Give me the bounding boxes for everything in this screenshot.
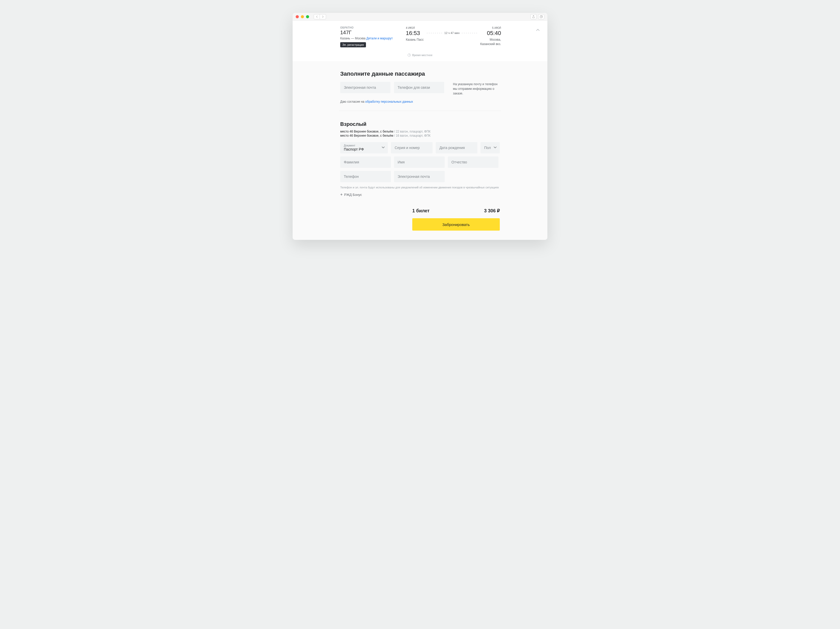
titlebar-right: [531, 14, 544, 19]
departure-column: 4 ИЮЛ 16:53 Казань Пасс: [406, 26, 423, 42]
document-value: Паспорт РФ: [344, 147, 384, 152]
ereg-badge: Эл. регистрация: [340, 42, 366, 47]
route-from: Казань: [340, 36, 350, 40]
browser-window: ОБРАТНО 147Г Казань — Москва Детали и ма…: [293, 13, 547, 240]
arrive-date: 5 ИЮЛ: [480, 26, 501, 29]
seat-row-0: место 46 Верхнее боковое, с бельём / 22 …: [340, 130, 500, 133]
clock-icon: [407, 54, 411, 57]
depart-date: 4 ИЮЛ: [406, 26, 423, 29]
route-to: Москва: [355, 36, 365, 40]
duration-label: 12 ч 47 мин: [442, 32, 462, 35]
document-label: Документ: [344, 144, 384, 147]
dob-input[interactable]: [436, 142, 477, 153]
train-number: 147Г: [340, 30, 406, 36]
back-button[interactable]: [314, 14, 320, 19]
local-time-note: Время местное: [293, 54, 547, 57]
plus-icon: +: [340, 193, 343, 197]
total-price: 3 306 ₽: [484, 208, 500, 213]
rzd-bonus-label: РЖД Бонус: [344, 193, 362, 197]
passenger-email-input[interactable]: [394, 171, 445, 182]
share-button[interactable]: [531, 14, 537, 19]
nav-arrows: [314, 14, 326, 19]
local-time-text: Время местное: [412, 54, 433, 57]
duration: 12 ч 47 мин: [427, 26, 477, 35]
middlename-input[interactable]: [448, 156, 499, 168]
window-titlebar: [293, 13, 547, 21]
totals-row: 1 билет 3 306 ₽: [412, 208, 500, 213]
lastname-input[interactable]: [340, 156, 391, 168]
svg-rect-0: [540, 16, 542, 18]
arrival-column: 5 ИЮЛ 05:40 Москва, Казанский вкз.: [480, 26, 501, 46]
passenger-title: Взрослый: [340, 121, 500, 127]
passenger-section: Взрослый место 46 Верхнее боковое, с бел…: [339, 111, 501, 208]
trip-train-info: ОБРАТНО 147Г Казань — Москва Детали и ма…: [340, 26, 406, 47]
minimize-window-icon[interactable]: [301, 15, 304, 18]
close-window-icon[interactable]: [296, 15, 299, 18]
arrive-time: 05:40: [480, 30, 501, 36]
trip-times: 4 ИЮЛ 16:53 Казань Пасс 12 ч 47 мин 5 ИЮ…: [406, 26, 501, 47]
book-button[interactable]: Забронировать: [412, 218, 500, 231]
depart-time: 16:53: [406, 30, 423, 36]
trip-direction-label: ОБРАТНО: [340, 26, 406, 29]
forward-button[interactable]: [320, 14, 326, 19]
arrive-station: Москва, Казанский вкз.: [480, 38, 501, 46]
maximize-window-icon[interactable]: [306, 15, 309, 18]
collapse-button[interactable]: [536, 28, 540, 33]
chevron-down-icon: [382, 145, 385, 150]
document-type-select[interactable]: Документ Паспорт РФ: [340, 142, 388, 153]
ticket-count: 1 билет: [412, 208, 429, 213]
chevron-down-icon: [494, 146, 497, 150]
rzd-bonus-toggle[interactable]: + РЖД Бонус: [340, 193, 500, 197]
trip-summary-card: ОБРАТНО 147Г Казань — Москва Детали и ма…: [293, 21, 547, 61]
route-separator: —: [350, 36, 355, 40]
consent-link[interactable]: обработку персональных данных: [365, 100, 413, 103]
contact-title: Заполните данные пассажира: [340, 71, 500, 77]
depart-station: Казань Пасс: [406, 38, 423, 42]
firstname-input[interactable]: [394, 156, 445, 168]
gender-placeholder: Пол: [484, 146, 491, 150]
gender-select[interactable]: Пол: [480, 142, 500, 153]
page-content: ОБРАТНО 147Г Казань — Москва Детали и ма…: [293, 21, 547, 240]
contact-phone-input[interactable]: [394, 82, 444, 93]
summary-section: 1 билет 3 306 ₽ Забронировать: [339, 208, 501, 240]
contact-section: Заполните данные пассажира На указанную …: [339, 61, 501, 111]
seat-row-1: место 46 Верхнее боковое, с бельём / 16 …: [340, 134, 500, 137]
passenger-phone-input[interactable]: [340, 171, 391, 182]
traffic-lights: [296, 15, 309, 18]
tabs-button[interactable]: [538, 14, 544, 19]
document-number-input[interactable]: [391, 142, 433, 153]
contact-note: На указанную почту и телефон мы отправим…: [448, 82, 500, 96]
trip-route: Казань — Москва Детали и маршрут: [340, 36, 406, 40]
route-details-link[interactable]: Детали и маршрут: [366, 36, 393, 40]
consent-text: Даю согласие на обработку персональных д…: [340, 100, 500, 103]
contact-usage-notice: Телефон и эл. почта будут использованы д…: [340, 186, 500, 189]
contact-email-input[interactable]: [340, 82, 390, 93]
